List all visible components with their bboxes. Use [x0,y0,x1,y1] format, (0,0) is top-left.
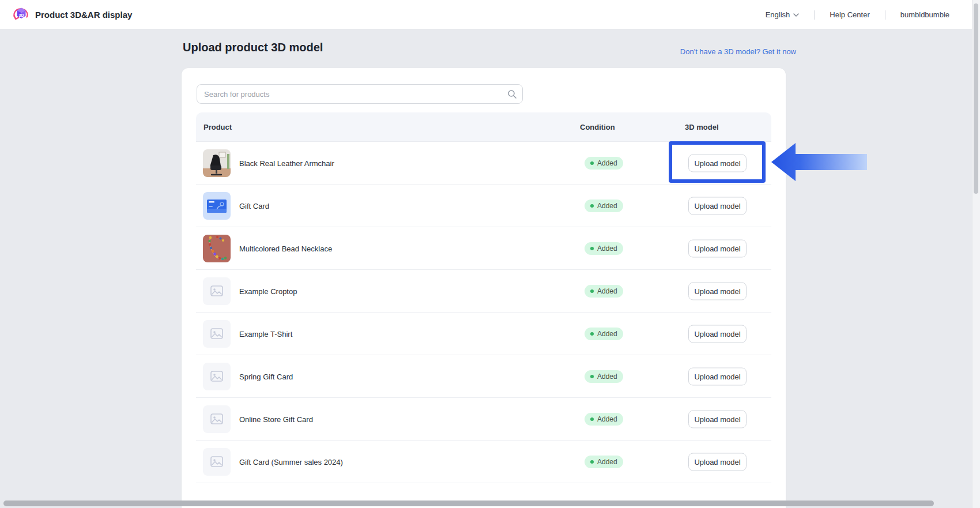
product-name: Gift Card [239,201,269,210]
status-badge: Added [585,370,623,383]
chevron-down-icon [793,13,799,17]
page-title: Upload product 3D model [183,41,323,54]
status-badge: Added [585,242,623,255]
product-thumbnail [203,405,231,433]
table-header-row: Product Condition 3D model [196,112,771,142]
badge-label: Added [597,244,617,253]
status-badge: Added [585,328,623,340]
table-row: Multicolored Bead Necklace Added Upload … [196,227,771,270]
product-thumbnail [203,363,231,390]
table-row: Gift Card Added Upload model [196,185,771,227]
badge-label: Added [597,159,617,167]
table-row: Example Croptop Added Upload model [196,270,771,313]
column-header-condition: Condition [580,123,615,131]
search-field-wrapper [197,84,523,104]
product-thumbnail [203,235,231,262]
search-input[interactable] [197,84,523,104]
badge-dot-icon [590,375,594,378]
badge-dot-icon [590,204,594,208]
divider [814,10,815,20]
upload-model-button[interactable]: Upload model [688,239,747,257]
vertical-scrollbar-thumb[interactable] [974,3,978,194]
product-name: Online Store Gift Card [239,415,313,423]
get-3d-model-link[interactable]: Don't have a 3D model? Get it now [680,47,796,56]
column-header-3d-model: 3D model [685,123,719,131]
product-thumbnail [203,192,231,220]
table-body: Black Real Leather Armchair Added Upload… [196,142,771,483]
product-thumbnail [203,320,231,348]
upload-model-button[interactable]: Upload model [688,325,747,343]
status-badge: Added [585,200,623,212]
table-row: Online Store Gift Card Added Upload mode… [196,398,771,441]
table-row: Black Real Leather Armchair Added Upload… [196,142,771,185]
status-badge: Added [585,456,623,468]
username-menu[interactable]: bumbldbumbie [900,10,949,19]
column-header-product: Product [203,123,232,131]
badge-label: Added [597,287,617,295]
status-badge: Added [585,157,623,170]
product-thumbnail [203,277,231,305]
product-name: Spring Gift Card [239,372,293,381]
app-logo-3d-cube-icon: 3D [13,6,30,23]
product-name: Example Croptop [239,287,297,295]
product-name: Multicolored Bead Necklace [239,244,332,253]
product-name: Gift Card (Summer sales 2024) [239,457,343,466]
products-card: Product Condition 3D model Black Real Le… [182,68,786,508]
product-thumbnail [203,149,231,177]
product-name: Example T-Shirt [239,329,292,338]
help-center-link[interactable]: Help Center [830,10,869,19]
product-name: Black Real Leather Armchair [239,159,334,167]
language-selector[interactable]: English [766,10,800,19]
divider [885,10,885,20]
products-table: Product Condition 3D model Black Real Le… [196,112,771,483]
table-row: Gift Card (Summer sales 2024) Added Uplo… [196,441,771,483]
badge-dot-icon [590,332,594,336]
upload-model-button[interactable]: Upload model [688,197,747,215]
status-badge: Added [585,413,623,426]
badge-dot-icon [590,417,594,421]
badge-label: Added [597,330,617,338]
upload-model-button[interactable]: Upload model [688,367,747,385]
badge-label: Added [597,372,617,381]
product-thumbnail [203,448,231,476]
badge-dot-icon [590,161,594,165]
logo-text: 3D [19,13,24,17]
screen: 3D Product 3D&AR display English Help Ce… [0,0,980,508]
horizontal-scrollbar-thumb[interactable] [3,501,934,506]
table-row: Spring Gift Card Added Upload model [196,355,771,398]
upload-model-button[interactable]: Upload model [688,282,747,300]
table-row: Example T-Shirt Added Upload model [196,313,771,355]
upload-model-button[interactable]: Upload model [688,453,747,471]
vertical-scrollbar[interactable] [972,0,980,508]
badge-dot-icon [590,247,594,250]
badge-label: Added [597,415,617,423]
top-app-bar: 3D Product 3D&AR display English Help Ce… [0,0,980,29]
topbar-right-menu: English Help Center bumbldbumbie [766,0,949,29]
upload-model-button[interactable]: Upload model [688,154,747,172]
badge-dot-icon [590,460,594,464]
status-badge: Added [585,285,623,298]
language-label: English [766,10,790,19]
badge-label: Added [597,458,617,466]
badge-label: Added [597,202,617,210]
search-icon [507,89,517,99]
app-title: Product 3D&AR display [35,10,132,20]
upload-model-button[interactable]: Upload model [688,410,747,428]
badge-dot-icon [590,289,594,293]
